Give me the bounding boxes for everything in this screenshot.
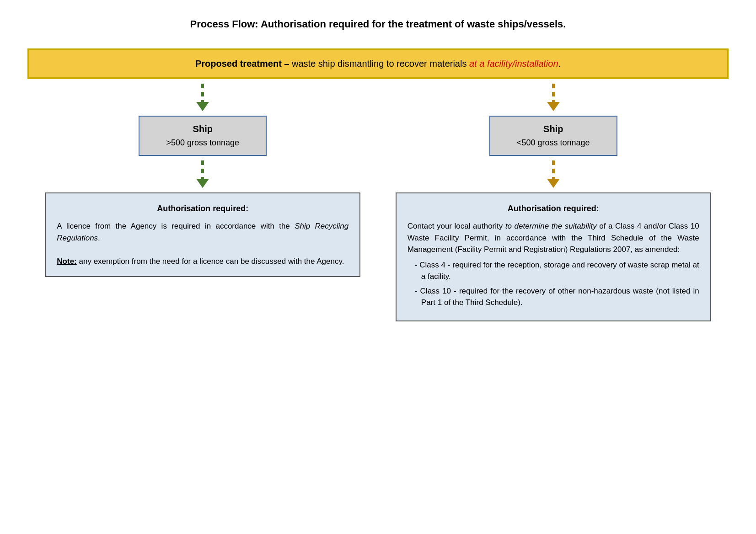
ship-title-right: Ship (504, 124, 603, 134)
note-label: Note: (57, 257, 76, 266)
arrow-down-green-bottom (196, 160, 209, 188)
arrow-head-green (196, 102, 209, 111)
arrow-shaft-green-2 (201, 160, 204, 179)
proposed-box: Proposed treatment – waste ship dismantl… (27, 48, 729, 79)
arrow-head-green-2 (196, 179, 209, 188)
right-flow-column: Ship <500 gross tonnage Authorisation re… (396, 79, 711, 321)
auth-intro-normal: Contact your local authority (407, 222, 505, 230)
arrow-head-gold-2 (547, 179, 560, 188)
auth-title-left: Authorisation required: (57, 203, 349, 215)
ship-box-left: Ship >500 gross tonnage (139, 116, 267, 156)
page-title: Process Flow: Authorisation required for… (27, 18, 729, 30)
ship-tonnage-left: >500 gross tonnage (153, 138, 252, 148)
auth-title-right: Authorisation required: (407, 203, 699, 215)
list-item: Class 4 - required for the reception, st… (412, 259, 699, 283)
auth-note-left: Note: any exemption from the need for a … (57, 256, 349, 267)
auth-box-right: Authorisation required: Contact your loc… (396, 192, 711, 321)
proposed-bold: Proposed treatment – (195, 59, 290, 69)
arrow-down-green-top (196, 84, 209, 111)
arrow-down-gold-bottom (547, 160, 560, 188)
arrow-down-gold-top (547, 84, 560, 111)
ship-tonnage-right: <500 gross tonnage (504, 138, 603, 148)
left-flow-column: Ship >500 gross tonnage Authorisation re… (45, 79, 360, 277)
auth-intro-italic: to determine the suitability (505, 222, 597, 230)
arrow-shaft-green (201, 84, 204, 102)
auth-intro-right: Contact your local authority to determin… (407, 220, 699, 256)
auth-bullets-right: Class 4 - required for the reception, st… (407, 259, 699, 309)
ship-box-right: Ship <500 gross tonnage (489, 116, 617, 156)
note-text: any exemption from the need for a licenc… (77, 257, 344, 266)
arrow-shaft-gold (552, 84, 555, 102)
arrow-shaft-gold-2 (552, 160, 555, 179)
ship-title-left: Ship (153, 124, 252, 134)
proposed-italic-red: at a facility/installation (469, 59, 558, 69)
auth-body-left: A licence from the Agency is required in… (57, 220, 349, 244)
auth-box-left: Authorisation required: A licence from t… (45, 192, 360, 277)
arrow-head-gold (547, 102, 560, 111)
proposed-normal: waste ship dismantling to recover materi… (290, 59, 470, 69)
list-item: Class 10 - required for the recovery of … (412, 285, 699, 309)
proposed-end: . (558, 59, 561, 69)
